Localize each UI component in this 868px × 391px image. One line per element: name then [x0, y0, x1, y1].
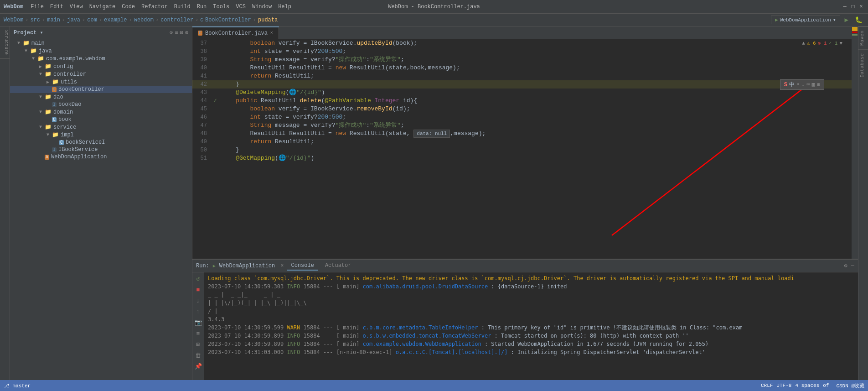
minimize-button[interactable]: ─: [842, 4, 848, 10]
menu-window[interactable]: Window: [249, 3, 274, 11]
tree-item-java[interactable]: ▼ 📁 java: [10, 47, 192, 55]
code-line-37: 37 boolean verify = IBookService.updateB…: [192, 39, 852, 47]
run-minimize-icon[interactable]: ─: [851, 263, 854, 269]
code-editor[interactable]: S 中 • ↓ ⌨ ▦ ⊞ ▲ ⚠ 6 ⊗ 1: [192, 39, 852, 259]
tree-item-bookdao[interactable]: I bookDao: [10, 101, 192, 108]
collapse-all-icon[interactable]: ⊟: [180, 29, 183, 36]
tree-item-config[interactable]: ▶ 📁 config: [10, 63, 192, 70]
tree-item-main[interactable]: ▼ 📁 main: [10, 39, 192, 47]
settings-icon[interactable]: ⚙: [185, 29, 188, 36]
run-tab-console[interactable]: Console: [287, 261, 317, 271]
breadcrumb-webdom[interactable]: WebDom: [4, 17, 23, 23]
breadcrumb-src[interactable]: src: [30, 17, 40, 23]
line-number-42: 42: [192, 80, 211, 89]
info-count: ✓ 1: [829, 40, 838, 46]
menu-build[interactable]: Build: [171, 3, 193, 11]
tree-item-com[interactable]: ▼ 📁 com.example.webdom: [10, 55, 192, 63]
tab-java-icon: C: [198, 31, 202, 36]
console-link-tableinfo[interactable]: c.b.m.core.metadata.TableInfoHelper: [363, 324, 478, 331]
run-camera-button[interactable]: 📷: [194, 318, 203, 327]
run-stop-button[interactable]: ■: [194, 285, 203, 294]
database-panel-label[interactable]: Database: [858, 49, 868, 81]
tree-item-webdomapp[interactable]: A WebDomApplication: [10, 153, 192, 161]
menu-bar: WebDom File Edit View Navigate Code Refa…: [4, 3, 294, 11]
menu-navigate[interactable]: Navigate: [87, 3, 119, 11]
debug-button[interactable]: 🐛: [853, 16, 864, 24]
code-line-50: 50 }: [192, 146, 852, 154]
run-app-name[interactable]: WebDomApplication: [219, 263, 275, 269]
console-link-druid[interactable]: com.alibaba.druid.pool.DruidDataSource: [363, 283, 488, 290]
console-link-tomcat[interactable]: o.s.b.w.embedded.tomcat.TomcatWebServer: [363, 333, 491, 339]
tree-item-dao[interactable]: ▼ 📁 dao: [10, 93, 192, 101]
menu-refactor[interactable]: Refactor: [139, 3, 170, 11]
breadcrumb-example[interactable]: example: [104, 17, 127, 23]
tab-bookcontroller[interactable]: C BookController.java ×: [192, 26, 279, 39]
run-format-button[interactable]: ⊞: [194, 340, 203, 349]
breadcrumb-main[interactable]: main: [47, 17, 60, 23]
tree-item-impl[interactable]: ▼ 📁 impl: [10, 131, 192, 139]
sidebar-header: Project ▾ ⊙ ≡ ⊟ ⚙: [10, 26, 192, 39]
run-tab-actuator[interactable]: Actuator: [321, 261, 355, 271]
breadcrumb-bookcontroller[interactable]: BookController: [205, 17, 251, 23]
run-config-dropdown[interactable]: ▶ WebDomApplication ▾: [771, 16, 840, 24]
folder-icon-dao: 📁: [45, 94, 52, 100]
tree-item-ibookservice[interactable]: I IBookService: [10, 146, 192, 153]
menu-edit[interactable]: Edit: [47, 3, 66, 11]
line-number-46: 46: [192, 113, 211, 121]
run-panel: Run: ▶ WebDomApplication × Console Actua…: [192, 259, 858, 391]
tree-item-book[interactable]: C book: [10, 116, 192, 123]
console-output[interactable]: Loading class `com.mysql.jdbc.Driver`. T…: [204, 272, 858, 391]
status-encoding[interactable]: UTF-8: [776, 383, 791, 388]
run-scroll-lock-button[interactable]: ≡: [194, 329, 203, 338]
menu-help[interactable]: Help: [275, 3, 294, 11]
code-line-40: 40 ResultUtil ResultUtil = new ResultUti…: [192, 64, 852, 72]
tab-close-button[interactable]: ×: [270, 31, 273, 36]
run-tab-close[interactable]: ×: [280, 263, 284, 269]
scope-icon[interactable]: ⊙: [170, 29, 173, 36]
run-label: Run:: [196, 263, 209, 269]
tree-item-service[interactable]: ▼ 📁 service: [10, 123, 192, 131]
console-link-app[interactable]: com.example.webdom.WebDomApplication: [363, 341, 481, 347]
tree-item-utils[interactable]: ▶ 📁 utils: [10, 78, 192, 86]
status-indent[interactable]: 4 spaces: [795, 383, 819, 388]
tree-arrow-main: ▼: [17, 41, 23, 46]
close-button[interactable]: ×: [858, 4, 864, 10]
tree-item-bookservicei[interactable]: C bookServiceI: [10, 139, 192, 146]
maven-panel-label[interactable]: Maven: [858, 26, 868, 49]
menu-code[interactable]: Code: [119, 3, 138, 11]
tree-item-domain[interactable]: ▼ 📁 domain: [10, 108, 192, 116]
line-number-49: 49: [192, 138, 211, 146]
breadcrumb-com[interactable]: com: [87, 17, 97, 23]
line-content-40: ResultUtil ResultUtil = new ResultUtil(s…: [220, 64, 852, 72]
menu-tools[interactable]: Tools: [210, 3, 232, 11]
structure-panel-label[interactable]: Structure: [0, 26, 10, 59]
run-button[interactable]: ▶: [843, 16, 850, 24]
breadcrumb-webdom2[interactable]: webdom: [134, 17, 154, 23]
menu-run[interactable]: Run: [194, 3, 210, 11]
menu-vcs[interactable]: VCS: [233, 3, 248, 11]
run-restart-button[interactable]: ↺: [194, 274, 203, 283]
run-settings-icon[interactable]: ⚙: [844, 262, 847, 269]
menu-view[interactable]: View: [67, 3, 86, 11]
run-clear-button[interactable]: 🗑: [194, 351, 203, 360]
tree-arrow-controller: ▼: [39, 72, 45, 77]
expand-all-icon[interactable]: ≡: [175, 30, 178, 36]
line-content-42: }: [220, 80, 852, 89]
breadcrumb-java[interactable]: java: [67, 17, 80, 23]
tree-item-controller[interactable]: ▼ 📁 controller: [10, 70, 192, 78]
tree-item-bookcontroller[interactable]: C BookController: [10, 86, 192, 93]
line-content-45: boolean verify = IBookService.removeById…: [220, 105, 852, 113]
tree-arrow-java: ▼: [25, 48, 30, 53]
breadcrumb-method[interactable]: pudata: [258, 17, 278, 23]
maximize-button[interactable]: □: [850, 4, 856, 10]
breadcrumb-controller[interactable]: controller: [160, 17, 193, 23]
menu-file[interactable]: File: [28, 3, 46, 11]
sidebar-toolbar: ⊙ ≡ ⊟ ⚙: [170, 29, 188, 36]
console-link-dispatcher[interactable]: o.a.c.c.C.[Tomcat].[localhost].[/]: [396, 349, 508, 355]
gutter-mark-info: [852, 34, 858, 36]
run-down-arrow-button[interactable]: ↓: [194, 296, 203, 305]
run-up-arrow-button[interactable]: ↑: [194, 307, 203, 316]
code-line-41: 41 return ResultUtil;: [192, 72, 852, 80]
status-crlf[interactable]: CRLF: [761, 383, 773, 388]
run-pin-button[interactable]: 📌: [194, 362, 203, 371]
